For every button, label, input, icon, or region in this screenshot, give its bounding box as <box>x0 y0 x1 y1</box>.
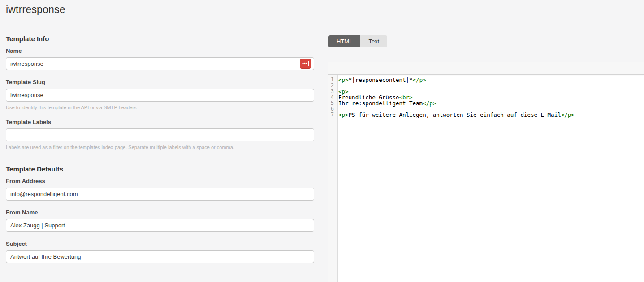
code-lines[interactable]: 1<p>*|responsecontent|*</p>23<p>4Freundl… <box>328 75 644 118</box>
slug-input[interactable] <box>6 89 314 102</box>
subject-label: Subject <box>6 240 314 247</box>
slug-field-group: Template Slug Use to identify this templ… <box>6 79 314 110</box>
from-address-field-group: From Address <box>6 178 314 201</box>
page-header: iwtrresponse <box>0 0 644 17</box>
code-line[interactable]: 1<p>*|responsecontent|*</p> <box>328 77 644 83</box>
name-field-group: Name ••• <box>6 47 314 70</box>
editor-body[interactable]: 1<p>*|responsecontent|*</p>23<p>4Freundl… <box>328 75 644 282</box>
tab-html[interactable]: HTML <box>328 35 360 47</box>
page-title: iwtrresponse <box>6 4 638 16</box>
tab-text[interactable]: Text <box>360 35 387 47</box>
from-address-label: From Address <box>6 178 314 184</box>
line-number: 7 <box>328 112 336 118</box>
html-code-editor[interactable]: 1<p>*|responsecontent|*</p>23<p>4Freundl… <box>328 62 644 282</box>
name-input[interactable] <box>6 57 314 70</box>
labels-help-text: Labels are used as a filter on the templ… <box>6 145 314 150</box>
cursor-bar-icon <box>308 61 309 66</box>
slug-label: Template Slug <box>6 79 314 85</box>
code-line[interactable]: 7<p>PS für weitere Anliegen, antworten S… <box>328 112 644 118</box>
labels-field-group: Template Labels Labels are used as a fil… <box>6 119 314 150</box>
from-name-field-group: From Name <box>6 209 314 232</box>
code-line[interactable]: 5Ihr re:spondelligent Team</p> <box>328 100 644 106</box>
subject-field-group: Subject <box>6 240 314 263</box>
template-defaults-heading: Template Defaults <box>6 165 314 173</box>
labels-input[interactable] <box>6 128 314 141</box>
ellipsis-cursor-icon: ••• <box>302 61 307 66</box>
slug-help-text: Use to identify this template in the API… <box>6 105 314 110</box>
editor-toolbar <box>328 62 644 75</box>
format-tab-group: HTML Text <box>328 35 387 47</box>
code-line[interactable]: 2 <box>328 83 644 89</box>
rename-template-button[interactable]: ••• <box>300 59 311 69</box>
template-form: Template Info Name ••• Template Slug Use… <box>6 35 314 272</box>
from-address-input[interactable] <box>6 188 314 201</box>
from-name-label: From Name <box>6 209 314 216</box>
subject-input[interactable] <box>6 250 314 263</box>
from-name-input[interactable] <box>6 219 314 232</box>
template-info-heading: Template Info <box>6 35 314 43</box>
name-label: Name <box>6 47 314 54</box>
labels-label: Template Labels <box>6 119 314 125</box>
